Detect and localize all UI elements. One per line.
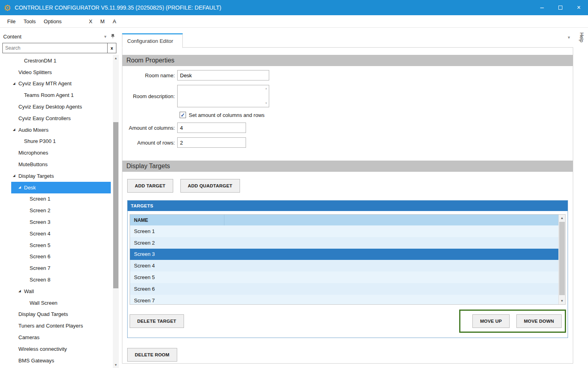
tree-item[interactable]: Wall Screen [0, 297, 119, 309]
search-clear-button[interactable]: x [108, 43, 116, 53]
column-divider[interactable] [224, 215, 224, 225]
tree-item[interactable]: Screen 3 [0, 216, 119, 228]
tree-item[interactable]: Screen 7 [0, 262, 119, 274]
room-name-row: Room name: [127, 70, 573, 80]
window-title: CONTROLLER CONFIGURATOR V5.11.999.35 (20… [15, 4, 221, 11]
set-columns-row: ✓ Set amount of columns and rows [180, 112, 573, 118]
menu-file[interactable]: File [3, 16, 20, 26]
maximize-icon [558, 6, 562, 10]
tree-item[interactable]: ◢Display Targets [0, 170, 119, 182]
tree-item-label: Video Splitters [18, 69, 52, 75]
tree-item[interactable]: Video Splitters [0, 66, 119, 78]
tree-item[interactable]: Screen 8 [0, 274, 119, 286]
menu-options[interactable]: Options [40, 16, 66, 26]
menu-x[interactable]: X [85, 16, 96, 26]
tree-scrollbar-thumb[interactable] [113, 122, 118, 288]
target-row[interactable]: Screen 2 [130, 237, 565, 249]
tree-scrollbar[interactable]: ▲ ▼ [113, 55, 119, 368]
delete-room-row: DELETE ROOM [122, 338, 573, 362]
tree-item[interactable]: Teams Room Agent 1 [0, 89, 119, 101]
tree-item[interactable]: Screen 5 [0, 239, 119, 251]
name-column-header[interactable]: NAME [130, 215, 565, 225]
add-quadtarget-button[interactable]: ADD QUADTARGET [180, 179, 240, 193]
tree-item[interactable]: ◢Wall [0, 286, 119, 297]
menu-a[interactable]: A [109, 16, 120, 26]
tree-item-label: Cameras [18, 334, 40, 340]
title-bar: ⚙ CONTROLLER CONFIGURATOR V5.11.999.35 (… [0, 0, 588, 15]
close-icon: × [577, 4, 580, 11]
pin-icon[interactable] [111, 33, 115, 40]
tree-item-label: Microphones [18, 150, 48, 156]
expander-icon[interactable]: ◢ [13, 174, 18, 177]
tree-item[interactable]: Cyviz Easy Controllers [0, 113, 119, 124]
targets-list: NAME Screen 1Screen 2Screen 3Screen 4Scr… [130, 214, 566, 305]
set-columns-checkbox[interactable]: ✓ [180, 112, 186, 118]
tree-item[interactable]: MuteButtons [0, 159, 119, 170]
tree-item[interactable]: Screen 6 [0, 251, 119, 263]
targets-scroll-down-icon[interactable]: ▼ [559, 298, 565, 304]
tree-item[interactable]: Wireless connectivity [0, 343, 119, 355]
targets-scrollbar[interactable]: ▲ ▼ [558, 215, 565, 304]
maximize-button[interactable] [551, 0, 570, 15]
add-target-button[interactable]: ADD TARGET [127, 179, 173, 193]
amount-rows-row: Amount of rows: [127, 137, 573, 148]
delete-target-button[interactable]: DELETE TARGET [130, 314, 184, 328]
tab-configuration-editor[interactable]: Configuration Editor [122, 33, 183, 48]
menu-m[interactable]: M [96, 16, 109, 26]
menu-tools[interactable]: Tools [20, 16, 40, 26]
room-description-input[interactable] [177, 85, 269, 107]
tree-item-label: Audio Mixers [18, 127, 48, 133]
room-description-label: Room description: [127, 93, 177, 99]
textarea-scroll-down-icon[interactable]: ▼ [265, 102, 268, 105]
help-tab[interactable]: Help [579, 32, 584, 42]
target-row[interactable]: Screen 5 [130, 271, 565, 283]
target-row[interactable]: Screen 6 [130, 283, 565, 295]
tree-item[interactable]: Screen 4 [0, 228, 119, 239]
minimize-button[interactable]: – [533, 0, 551, 15]
tree-item[interactable]: CrestronDM 1 [0, 55, 119, 66]
expander-icon[interactable]: ◢ [18, 290, 24, 293]
scroll-up-icon[interactable]: ▲ [113, 55, 119, 61]
move-up-button[interactable]: MOVE UP [472, 314, 509, 328]
amount-columns-input[interactable] [177, 123, 246, 133]
tree-item-label: Screen 3 [30, 219, 50, 225]
display-targets-header: Display Targets [122, 161, 573, 172]
tree-item[interactable]: ◢Audio Mixers [0, 124, 119, 136]
chevron-down-icon[interactable]: ▾ [104, 34, 106, 39]
editor-panel: Room Properties Room name: Room descript… [122, 47, 573, 364]
tree-item[interactable]: Tuners and Content Players [0, 320, 119, 332]
tree-item-label: BMS Gateways [18, 358, 54, 364]
tree-item[interactable]: Display Quad Targets [0, 309, 119, 320]
tree-item[interactable]: BMS Gateways [0, 355, 119, 366]
panel-chevron-down-icon[interactable]: ▾ [568, 35, 570, 40]
tree-item[interactable]: ◢Cyviz Easy MTR Agent [0, 78, 119, 90]
tree-item-label: Display Quad Targets [18, 311, 68, 317]
target-row[interactable]: Screen 1 [130, 225, 565, 237]
room-name-input[interactable] [177, 70, 269, 80]
tree-item[interactable]: Cameras [0, 332, 119, 343]
tree-item[interactable]: Screen 1 [0, 193, 119, 205]
scroll-down-icon[interactable]: ▼ [113, 362, 119, 368]
amount-rows-input[interactable] [177, 137, 246, 148]
textarea-scroll-up-icon[interactable]: ▲ [265, 87, 268, 90]
tree-item[interactable]: ◢Desk [0, 182, 119, 193]
room-properties-header: Room Properties [122, 55, 573, 66]
target-row[interactable]: Screen 4 [130, 260, 565, 271]
move-down-button[interactable]: MOVE DOWN [516, 314, 562, 328]
targets-scrollbar-thumb[interactable] [559, 222, 565, 295]
targets-scroll-up-icon[interactable]: ▲ [559, 215, 565, 221]
search-input[interactable] [2, 43, 108, 53]
tree-item[interactable]: Cyviz Easy Desktop Agents [0, 101, 119, 113]
tree-item[interactable]: Shure P300 1 [0, 136, 119, 147]
close-button[interactable]: × [570, 0, 588, 15]
expander-icon[interactable]: ◢ [13, 128, 18, 131]
expander-icon[interactable]: ◢ [13, 82, 18, 85]
expander-icon[interactable]: ◢ [18, 186, 24, 189]
target-row[interactable]: Screen 3 [130, 249, 565, 260]
room-properties-form: Room name: Room description: ▲ ▼ ✓ Set a… [122, 66, 573, 148]
targets-rows: Screen 1Screen 2Screen 3Screen 4Screen 5… [130, 225, 565, 305]
tree-item[interactable]: Microphones [0, 147, 119, 159]
target-row[interactable]: Screen 7 [130, 295, 565, 305]
delete-room-button[interactable]: DELETE ROOM [127, 348, 177, 362]
tree-item[interactable]: Screen 2 [0, 205, 119, 216]
